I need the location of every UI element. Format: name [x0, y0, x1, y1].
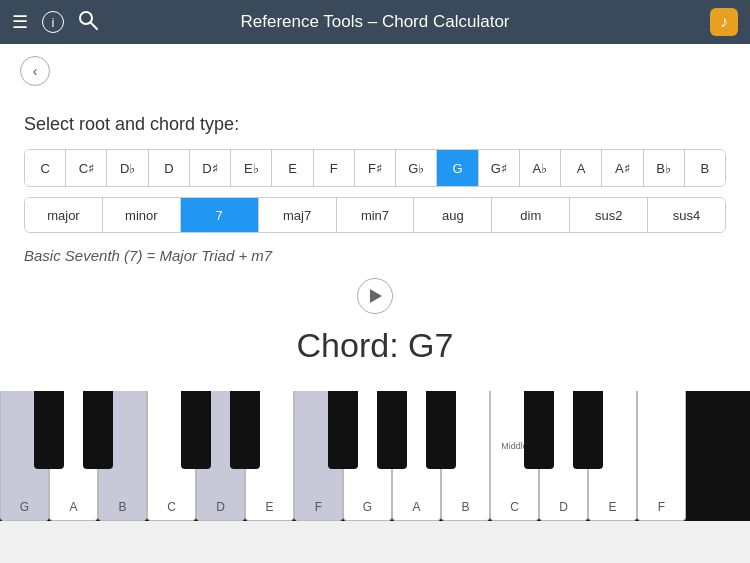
chord-type-btn-major[interactable]: major	[25, 198, 103, 232]
search-icon[interactable]	[78, 10, 98, 35]
header-right: ♪	[710, 8, 738, 36]
root-btn-As[interactable]: A♯	[602, 150, 643, 186]
chord-type-btn-aug[interactable]: aug	[414, 198, 492, 232]
root-btn-E[interactable]: E	[272, 150, 313, 186]
info-icon[interactable]: i	[42, 11, 64, 33]
root-btn-F[interactable]: F	[314, 150, 355, 186]
root-btn-Db[interactable]: D♭	[107, 150, 148, 186]
chord-type-btn-sus4[interactable]: sus4	[648, 198, 725, 232]
root-btn-B[interactable]: B	[685, 150, 725, 186]
svg-line-1	[91, 23, 97, 29]
chord-type-btn-min7[interactable]: min7	[337, 198, 415, 232]
header-title: Reference Tools – Chord Calculator	[241, 12, 510, 32]
black-key-4[interactable]	[328, 391, 358, 469]
chord-type-btn-7[interactable]: 7	[181, 198, 259, 232]
root-btn-G[interactable]: G	[437, 150, 478, 186]
root-btn-A[interactable]: A	[561, 150, 602, 186]
root-btn-Gb[interactable]: G♭	[396, 150, 437, 186]
music-app-icon[interactable]: ♪	[710, 8, 738, 36]
root-btn-Ds[interactable]: D♯	[190, 150, 231, 186]
root-btn-Fs[interactable]: F♯	[355, 150, 396, 186]
root-btn-D[interactable]: D	[149, 150, 190, 186]
root-btn-Cs[interactable]: C♯	[66, 150, 107, 186]
black-key-3[interactable]	[230, 391, 260, 469]
svg-point-0	[80, 12, 92, 24]
black-key-0[interactable]	[34, 391, 64, 469]
piano-keyboard: GABCDEFGABCMiddleDEF	[0, 391, 750, 521]
chord-type-selector: majorminor7maj7min7augdimsus2sus4	[24, 197, 726, 233]
main-content: Select root and chord type: CC♯D♭DD♯E♭EF…	[0, 98, 750, 391]
header-left-icons: ☰ i	[12, 10, 98, 35]
root-btn-Eb[interactable]: E♭	[231, 150, 272, 186]
root-btn-Gs[interactable]: G♯	[479, 150, 520, 186]
black-key-5[interactable]	[377, 391, 407, 469]
chord-label: Chord: G7	[24, 326, 726, 365]
black-key-7[interactable]	[524, 391, 554, 469]
black-key-1[interactable]	[83, 391, 113, 469]
root-btn-C[interactable]: C	[25, 150, 66, 186]
menu-icon[interactable]: ☰	[12, 11, 28, 33]
white-key-13[interactable]: F	[637, 391, 686, 521]
black-key-8[interactable]	[573, 391, 603, 469]
black-key-6[interactable]	[426, 391, 456, 469]
app-header: ☰ i Reference Tools – Chord Calculator ♪	[0, 0, 750, 44]
chord-description: Basic Seventh (7) = Major Triad + m7	[24, 247, 726, 264]
chord-type-btn-dim[interactable]: dim	[492, 198, 570, 232]
section-title: Select root and chord type:	[24, 114, 726, 135]
chord-type-btn-sus2[interactable]: sus2	[570, 198, 648, 232]
back-button[interactable]: ‹	[20, 56, 50, 86]
root-btn-Ab[interactable]: A♭	[520, 150, 561, 186]
play-area	[24, 278, 726, 314]
play-button[interactable]	[357, 278, 393, 314]
chord-type-btn-maj7[interactable]: maj7	[259, 198, 337, 232]
chord-type-btn-minor[interactable]: minor	[103, 198, 181, 232]
root-selector: CC♯D♭DD♯E♭EFF♯G♭GG♯A♭AA♯B♭B	[24, 149, 726, 187]
black-key-2[interactable]	[181, 391, 211, 469]
root-btn-Bb[interactable]: B♭	[644, 150, 685, 186]
